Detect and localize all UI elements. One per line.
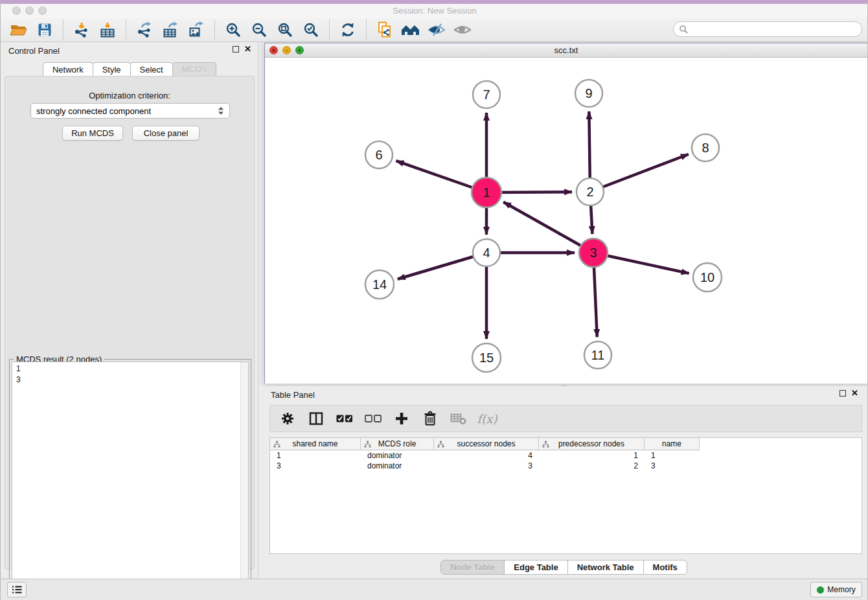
graph-node-label-9: 9: [585, 86, 592, 100]
column-header[interactable]: predecessor nodes: [539, 438, 645, 450]
zoom-selected-button[interactable]: [298, 19, 324, 40]
control-panel-title: Control Panel: [8, 46, 60, 56]
graph-node-label-8: 8: [702, 141, 709, 155]
new-network-from-selection-button[interactable]: [372, 19, 398, 40]
graph-edge-3-1[interactable]: [503, 202, 593, 253]
zoom-selected-icon: [303, 21, 319, 38]
import-table-button[interactable]: [95, 19, 120, 40]
close-table-panel-icon[interactable]: ✕: [851, 390, 858, 397]
mcds-panel-body: Optimization criterion: strongly connect…: [5, 76, 255, 570]
tree-icon: [273, 441, 280, 448]
zoom-in-button[interactable]: [220, 19, 246, 40]
network-window-title: scc.txt: [265, 45, 867, 55]
column-header[interactable]: MCDS role: [361, 438, 434, 450]
tab-mcds[interactable]: MCDS: [172, 62, 216, 76]
function-builder-button[interactable]: f(x): [477, 409, 497, 428]
column-header[interactable]: successor nodes: [434, 438, 539, 450]
export-table-icon: [162, 21, 179, 38]
delete-column-button[interactable]: [420, 409, 440, 428]
select-all-columns-button[interactable]: [335, 409, 354, 428]
mcds-result-scrollbar[interactable]: [240, 362, 248, 595]
table-cell[interactable]: 1: [645, 450, 700, 461]
import-table-icon: [99, 21, 116, 38]
float-table-panel-icon[interactable]: [839, 390, 846, 397]
tab-network-table[interactable]: Network Table: [567, 560, 644, 575]
run-mcds-button[interactable]: Run MCDS: [62, 126, 123, 141]
table-cell[interactable]: 2: [539, 461, 645, 471]
tab-edge-table[interactable]: Edge Table: [504, 560, 567, 575]
table-panel: Table Panel ✕: [258, 386, 868, 578]
status-bar: Memory: [1, 579, 868, 600]
table-cell[interactable]: 3: [645, 461, 700, 471]
unselect-all-columns-button[interactable]: [363, 409, 383, 428]
columns-icon: [308, 411, 324, 426]
list-icon: [12, 585, 22, 594]
zoom-fit-button[interactable]: [272, 19, 298, 40]
close-panel-icon[interactable]: ✕: [244, 46, 251, 52]
table-cell[interactable]: 1: [270, 450, 361, 461]
table-row[interactable]: 1dominator411: [270, 450, 862, 461]
delete-table-button[interactable]: [449, 409, 468, 428]
show-column-panel-button[interactable]: [306, 409, 326, 428]
mcds-result-group: MCDS result (2 nodes) 1 3: [9, 354, 251, 598]
export-table-button[interactable]: [157, 19, 183, 40]
memory-label: Memory: [827, 585, 855, 594]
import-network-button[interactable]: [69, 19, 95, 40]
node-table[interactable]: shared nameMCDS rolesuccessor nodesprede…: [269, 437, 862, 554]
table-cell[interactable]: dominator: [361, 461, 434, 471]
table-cell[interactable]: 1: [539, 450, 645, 461]
delete-table-icon: [450, 411, 467, 426]
save-session-button[interactable]: [32, 19, 58, 40]
table-cell[interactable]: dominator: [361, 450, 434, 461]
tab-node-table[interactable]: Node Table: [440, 560, 505, 575]
network-window-titlebar[interactable]: ✕ − + scc.txt: [265, 43, 867, 58]
criterion-dropdown[interactable]: strongly connected component: [30, 103, 230, 119]
app-titlebar: Session: New Session: [1, 4, 868, 18]
search-input[interactable]: [688, 23, 862, 35]
control-panel: Control Panel ✕ Network Style Select MCD…: [1, 42, 258, 578]
network-graph[interactable]: 1234678910111415: [265, 58, 867, 384]
hide-selected-button[interactable]: [424, 19, 450, 40]
tab-network[interactable]: Network: [43, 62, 93, 76]
trash-icon: [423, 411, 437, 426]
table-cell[interactable]: 3: [270, 461, 361, 471]
graph-node-label-2: 2: [586, 185, 593, 199]
table-row[interactable]: 3dominator323: [270, 461, 862, 471]
graph-node-label-4: 4: [483, 246, 490, 260]
tab-select[interactable]: Select: [130, 62, 173, 76]
search-box[interactable]: [673, 21, 862, 37]
float-panel-icon[interactable]: [233, 46, 239, 52]
optimization-criterion-label: Optimization criterion:: [5, 91, 254, 100]
column-header[interactable]: name: [645, 438, 700, 450]
graph-edge-2-8[interactable]: [590, 154, 689, 192]
tab-style[interactable]: Style: [93, 62, 131, 76]
graph-node-label-10: 10: [700, 270, 714, 284]
create-column-button[interactable]: [392, 409, 411, 428]
tab-motifs[interactable]: Motifs: [643, 560, 687, 575]
open-folder-icon: [10, 22, 28, 38]
graph-node-label-3: 3: [589, 246, 597, 260]
app-title: Session: New Session: [1, 6, 868, 16]
column-header[interactable]: shared name: [270, 438, 361, 450]
export-image-button[interactable]: [183, 19, 209, 40]
apply-layout-button[interactable]: [335, 19, 361, 40]
close-panel-button[interactable]: Close panel: [132, 126, 200, 141]
export-network-icon: [136, 21, 153, 38]
table-cell[interactable]: 3: [434, 461, 539, 471]
table-header-row: shared nameMCDS rolesuccessor nodesprede…: [270, 438, 700, 450]
memory-button[interactable]: Memory: [810, 582, 862, 597]
plus-icon: [394, 411, 409, 426]
zoom-in-icon: [225, 21, 242, 38]
show-all-button[interactable]: [450, 19, 475, 40]
graph-node-label-1: 1: [483, 185, 490, 200]
zoom-out-button[interactable]: [246, 19, 272, 40]
zoom-out-icon: [251, 21, 268, 38]
tree-icon: [542, 441, 549, 448]
first-neighbors-button[interactable]: [398, 19, 424, 40]
table-cell[interactable]: 4: [434, 450, 539, 461]
task-history-button[interactable]: [7, 582, 27, 597]
export-network-button[interactable]: [131, 19, 157, 40]
mcds-result-textarea[interactable]: 1 3: [12, 362, 249, 595]
open-session-button[interactable]: [6, 19, 32, 40]
table-settings-button[interactable]: [278, 409, 297, 428]
